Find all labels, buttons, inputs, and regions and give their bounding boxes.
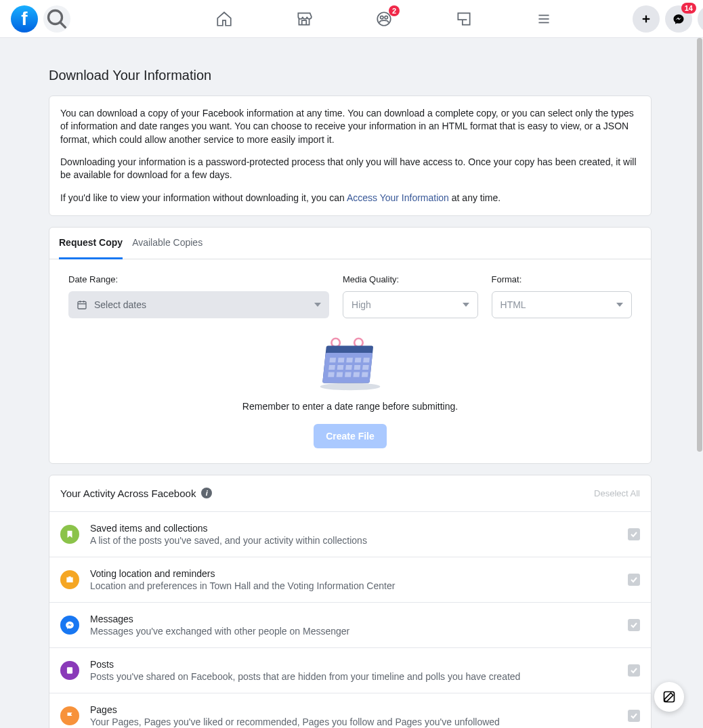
- svg-rect-32: [354, 372, 360, 377]
- activity-section-title: Your Activity Across Facebook: [60, 488, 196, 499]
- format-value: HTML: [500, 299, 526, 310]
- briefcase-icon: [60, 570, 79, 589]
- svg-rect-26: [345, 365, 352, 370]
- activity-list: Saved items and collections A list of th…: [49, 512, 651, 728]
- intro-paragraph-2: Downloading your information is a passwo…: [60, 156, 640, 182]
- nav-marketplace[interactable]: [267, 0, 341, 38]
- intro-p3-prefix: If you'd like to view your information w…: [60, 192, 347, 203]
- svg-line-1: [60, 22, 66, 28]
- activity-item-desc: Posts you've shared on Facebook, posts t…: [90, 671, 617, 682]
- search-icon: [43, 5, 70, 33]
- notifications-button[interactable]: 20+: [698, 5, 703, 33]
- activity-item[interactable]: Saved items and collections A list of th…: [49, 512, 651, 557]
- activity-item-title: Voting location and reminders: [90, 568, 617, 579]
- media-quality-value: High: [352, 299, 371, 310]
- post-icon: [60, 661, 79, 680]
- bookmark-icon: [60, 525, 79, 544]
- activity-item-title: Messages: [90, 614, 617, 624]
- activity-item-title: Posts: [90, 659, 617, 670]
- activity-item-checkbox[interactable]: [628, 528, 640, 540]
- chevron-down-icon: [616, 303, 623, 307]
- date-range-label: Date Range:: [68, 274, 329, 284]
- date-range-value: Select dates: [94, 299, 146, 310]
- svg-rect-28: [362, 365, 369, 370]
- facebook-logo[interactable]: f: [11, 5, 38, 33]
- edit-icon: [662, 690, 676, 704]
- activity-item-checkbox[interactable]: [628, 574, 640, 586]
- access-your-information-link[interactable]: Access Your Information: [347, 192, 449, 203]
- marketplace-icon: [295, 10, 313, 28]
- scrollbar-thumb[interactable]: [697, 38, 702, 452]
- create-button[interactable]: [633, 5, 660, 33]
- activity-item[interactable]: Pages Your Pages, Pages you've liked or …: [49, 693, 651, 728]
- calendar-illustration: [313, 337, 387, 391]
- svg-rect-27: [354, 365, 361, 370]
- create-file-button[interactable]: Create File: [314, 424, 387, 448]
- activity-item-checkbox[interactable]: [628, 664, 640, 677]
- svg-rect-25: [337, 365, 344, 370]
- activity-item-title: Pages: [90, 704, 617, 715]
- svg-rect-29: [328, 372, 335, 377]
- svg-point-0: [49, 10, 62, 24]
- nav-home[interactable]: [187, 0, 261, 38]
- activity-panel: Your Activity Across Facebook i Deselect…: [49, 475, 652, 728]
- format-label: Format:: [492, 274, 632, 284]
- svg-rect-30: [337, 372, 343, 377]
- activity-item-desc: Messages you've exchanged with other peo…: [90, 626, 617, 637]
- info-icon[interactable]: i: [201, 488, 212, 498]
- svg-point-4: [385, 16, 387, 18]
- activity-item-title: Saved items and collections: [90, 523, 617, 534]
- page-title: Download Your Information: [49, 68, 700, 83]
- date-range-reminder: Remember to enter a date range before su…: [242, 401, 458, 412]
- top-bar: f 2 14 20+: [0, 0, 703, 38]
- edit-fab[interactable]: [654, 682, 684, 712]
- activity-item[interactable]: Posts Posts you've shared on Facebook, p…: [49, 648, 651, 693]
- activity-item-desc: Your Pages, Pages you've liked or recomm…: [90, 716, 617, 727]
- deselect-all-button[interactable]: Deselect All: [594, 488, 640, 498]
- svg-rect-20: [338, 358, 345, 362]
- nav-menu[interactable]: [507, 0, 581, 38]
- messenger-badge: 14: [681, 3, 696, 14]
- messenger-button[interactable]: 14: [665, 5, 692, 33]
- svg-point-3: [381, 16, 383, 18]
- nav-groups[interactable]: 2: [347, 0, 421, 38]
- svg-rect-31: [345, 372, 352, 377]
- tab-request-copy[interactable]: Request Copy: [59, 228, 123, 259]
- intro-paragraph-3: If you'd like to view your information w…: [60, 192, 640, 205]
- svg-point-14: [320, 383, 381, 390]
- calendar-icon: [77, 299, 87, 310]
- messenger-icon: [60, 616, 79, 635]
- svg-rect-38: [664, 692, 675, 702]
- media-quality-label: Media Quality:: [343, 274, 478, 284]
- activity-item-desc: A list of the posts you've saved, and yo…: [90, 535, 617, 546]
- tabs: Request Copy Available Copies: [49, 228, 651, 259]
- search-button[interactable]: [43, 5, 70, 33]
- plus-icon: [640, 13, 652, 25]
- activity-item-checkbox[interactable]: [628, 619, 640, 631]
- svg-rect-10: [78, 301, 86, 309]
- svg-rect-22: [355, 358, 362, 362]
- scrollbar-track: [696, 38, 703, 728]
- activity-item[interactable]: Messages Messages you've exchanged with …: [49, 603, 651, 648]
- svg-point-16: [354, 339, 362, 347]
- chevron-down-icon: [463, 303, 469, 307]
- svg-rect-24: [328, 365, 335, 370]
- format-select[interactable]: HTML: [492, 291, 632, 318]
- svg-rect-19: [329, 358, 336, 362]
- groups-badge: 2: [389, 5, 400, 16]
- svg-point-2: [377, 12, 391, 26]
- intro-panel: You can download a copy of your Facebook…: [49, 95, 652, 216]
- media-quality-select[interactable]: High: [343, 291, 478, 318]
- hamburger-icon: [535, 10, 553, 28]
- tab-available-copies[interactable]: Available Copies: [132, 228, 203, 259]
- svg-rect-33: [362, 372, 368, 377]
- svg-rect-23: [363, 358, 370, 362]
- activity-item-checkbox[interactable]: [628, 710, 640, 722]
- svg-point-15: [331, 339, 339, 347]
- date-range-select[interactable]: Select dates: [68, 291, 329, 318]
- activity-item[interactable]: Voting location and reminders Location a…: [49, 557, 651, 603]
- nav-gaming[interactable]: [427, 0, 501, 38]
- gaming-icon: [455, 10, 473, 28]
- messenger-icon: [673, 13, 685, 25]
- home-icon: [215, 10, 233, 28]
